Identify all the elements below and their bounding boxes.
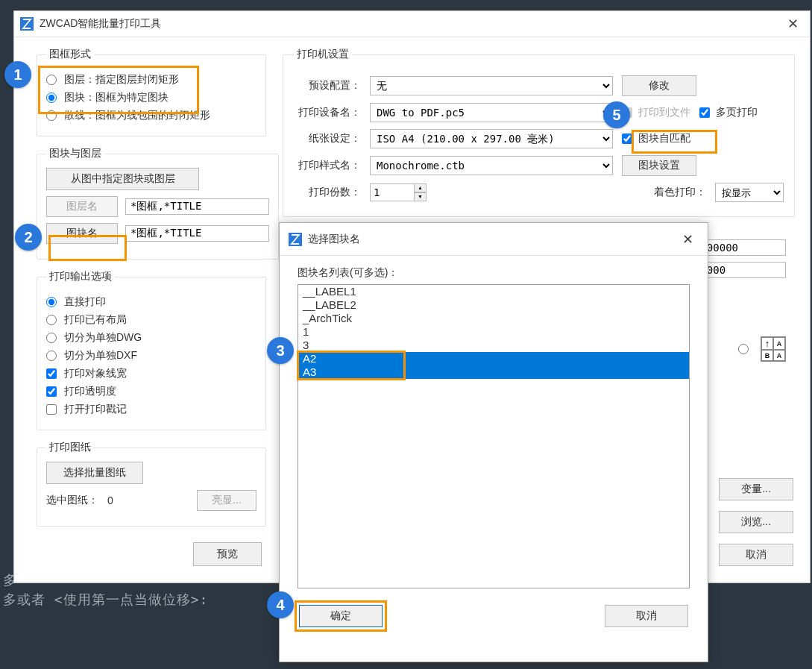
auto-match-check[interactable]: 图块自匹配 [622,132,690,145]
main-titlebar: ZWCAD智能批量打印工具 ✕ [14,11,810,37]
style-select[interactable]: Monochrome.ctb [370,156,613,175]
browse-button[interactable]: 浏览... [719,511,793,533]
preset-select[interactable]: 无 [370,76,613,95]
block-name-input[interactable] [125,225,269,242]
printer-settings-legend: 打印机设置 [294,48,352,61]
shade-label: 着色打印： [654,186,706,199]
preset-label: 预设配置： [294,79,361,92]
block-name-button[interactable]: 图块名 [46,223,118,244]
spinner-up-icon[interactable]: ▲ [415,183,427,192]
preview-button[interactable]: 预览 [193,542,262,566]
output-direct-radio[interactable]: 直接打印 [46,295,256,309]
frame-layer-radio-label: 图层：指定图层封闭矩形 [64,73,179,87]
cancel-button-sub[interactable]: 取消 [605,605,688,627]
paper-select[interactable]: ISO A4 (210.00 x 297.00 毫米) [370,129,613,148]
output-transparency-check[interactable]: 打印透明度 [46,385,256,398]
modify-button[interactable]: 修改 [622,75,696,96]
shade-select[interactable]: 按显示 [715,183,784,202]
output-dwg-radio[interactable]: 切分为单独DWG [46,331,256,345]
output-group: 打印输出选项 直接打印 打印已有布局 切分为单独DWG 切分为单独DXF 打印对… [37,270,266,430]
list-item[interactable]: __LABEL2 [298,298,689,312]
frame-block-radio-input[interactable] [46,92,57,103]
list-item[interactable]: 3 [298,339,689,352]
device-select[interactable]: DWG to PDF.pc5 [370,103,613,122]
frame-style-legend: 图框形式 [46,48,94,61]
list-item[interactable]: A3 [298,365,689,379]
style-label: 打印样式名： [294,159,361,172]
frame-scatter-radio-input[interactable] [46,110,57,121]
output-lineweight-check[interactable]: 打印对象线宽 [46,367,256,380]
sub-title: 选择图块名 [308,233,676,246]
badge-1: 1 [4,61,31,88]
selected-count-value: 0 [107,494,113,506]
badge-4: 4 [267,591,294,618]
output-legend: 打印输出选项 [46,270,115,283]
list-item[interactable]: __LABEL1 [298,285,689,298]
copies-input[interactable] [370,183,415,201]
selected-count-label: 选中图纸： [46,494,98,507]
select-batch-drawings-button[interactable]: 选择批量图纸 [46,462,143,484]
spinner-down-icon[interactable]: ▼ [415,192,427,201]
variables-button[interactable]: 变量... [719,478,793,500]
print-to-file-check: 打印到文件 [622,106,690,119]
layer-name-input[interactable] [125,198,269,215]
command-line-2: 多或者 <使用第一点当做位移>: [3,591,208,609]
output-dxf-radio[interactable]: 切分为单独DXF [46,349,256,362]
frame-scatter-radio[interactable]: 散线：图框为线包围的封闭矩形 [46,109,256,122]
multi-page-check[interactable]: 多页打印 [699,106,758,119]
output-layout-radio[interactable]: 打印已有布局 [46,313,256,327]
badge-2: 2 [15,224,42,251]
orientation-radio[interactable] [738,344,749,354]
block-name-listbox[interactable]: __LABEL1__LABEL2_ArchTick13A2A3 [298,284,690,588]
frame-scatter-radio-label: 散线：图框为线包围的封闭矩形 [64,109,210,122]
frame-block-radio[interactable]: 图块：图框为特定图块 [46,91,256,104]
frame-style-group: 图框形式 图层：指定图层封闭矩形 图块：图框为特定图块 散线：图框为线包围的封闭… [37,48,266,136]
sub-titlebar: 选择图块名 ✕ [280,223,708,256]
block-layer-group: 图块与图层 从图中指定图块或图层 图层名 图块名 [37,147,279,260]
print-drawing-legend: 打印图纸 [46,441,94,454]
blocklist-label: 图块名列表(可多选)： [298,266,690,280]
list-item[interactable]: A2 [298,352,689,365]
badge-5: 5 [603,101,630,128]
list-item[interactable]: _ArchTick [298,312,689,325]
layer-name-button: 图层名 [46,196,118,217]
list-item[interactable]: 1 [298,325,689,339]
app-icon [20,17,34,31]
close-icon[interactable]: ✕ [676,228,699,251]
window-title: ZWCAD智能批量打印工具 [40,17,781,31]
copies-label: 打印份数： [294,186,361,199]
ok-button[interactable]: 确定 [299,605,383,627]
highlight-button: 亮显... [197,490,256,511]
app-icon [289,233,302,246]
print-drawing-group: 打印图纸 选择批量图纸 选中图纸： 0 亮显... [37,441,266,527]
block-settings-button[interactable]: 图块设置 [622,155,696,176]
badge-3: 3 [267,337,294,364]
printer-settings-group: 打印机设置 预设配置： 无 修改 打印设备名： DWG to PDF.pc5 打… [283,48,795,217]
cancel-button-main[interactable]: 取消 [719,544,793,566]
device-label: 打印设备名： [294,106,361,119]
close-icon[interactable]: ✕ [781,13,804,35]
frame-layer-radio[interactable]: 图层：指定图层封闭矩形 [46,73,256,87]
select-from-drawing-button[interactable]: 从图中指定图块或图层 [46,168,199,190]
sub-dialog: 选择图块名 ✕ 图块名列表(可多选)： __LABEL1__LABEL2_Arc… [279,222,708,662]
block-layer-legend: 图块与图层 [46,147,104,160]
output-stamp-check[interactable]: 打开打印戳记 [46,403,256,416]
frame-layer-radio-input[interactable] [46,75,57,85]
orientation-icon: ↑ABA [761,336,786,362]
paper-label: 纸张设定： [294,132,361,145]
frame-block-radio-label: 图块：图框为特定图块 [64,91,169,104]
copies-spinner[interactable]: ▲▼ [370,183,427,201]
